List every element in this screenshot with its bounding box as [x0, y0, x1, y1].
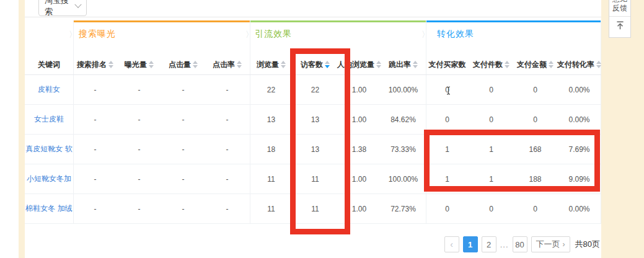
sort-carets-icon[interactable] — [108, 61, 113, 68]
table-cell: 100.00% — [381, 86, 425, 94]
sort-carets-icon[interactable] — [376, 61, 381, 68]
table-row: 皮鞋女----22221.00100.00%0000.00% — [25, 75, 601, 105]
table-cell: 188 — [513, 175, 557, 184]
table-cell: - — [161, 145, 205, 154]
feedback-button[interactable]: 意见反馈 — [609, 0, 630, 17]
table-row: 女士皮鞋----13131.0084.62%0000.00% — [25, 105, 601, 135]
sort-carets-icon[interactable] — [193, 61, 198, 68]
column-header[interactable]: 点击率 — [205, 60, 249, 70]
table-cell: 1 — [469, 145, 513, 154]
table-cell: - — [117, 205, 161, 213]
prev-page-button[interactable]: ‹ — [444, 236, 459, 252]
column-header[interactable]: 支付转化率 — [557, 60, 601, 70]
table-cell: 13 — [293, 115, 337, 124]
table-body: 皮鞋女----22221.00100.00%0000.00%女士皮鞋----13… — [25, 75, 601, 224]
table-cell: - — [117, 145, 161, 154]
sort-carets-icon[interactable] — [549, 61, 554, 68]
column-header[interactable]: 曝光量 — [117, 60, 161, 70]
page-button[interactable]: 2 — [482, 236, 496, 252]
keyword-link[interactable]: 皮鞋女 — [25, 84, 73, 95]
table-header-row: 关键词 搜索排名曝光量点击量点击率浏览量访客数人均浏览量跳出率支付买家数支付件数… — [25, 55, 601, 75]
table-cell: 22 — [249, 86, 293, 94]
pagination: ‹ 12...80 下一页 › 共80页 — [444, 236, 600, 252]
table-cell: 0.00% — [557, 115, 601, 124]
table-cell: 1.38 — [337, 145, 381, 154]
table-cell: 84.62% — [381, 115, 425, 124]
next-page-label: 下一页 — [536, 239, 560, 250]
table-row: 小短靴女冬加----11111.00100.00%111889.09% — [25, 164, 601, 194]
column-header[interactable]: 浏览量 — [249, 60, 293, 70]
sort-carets-icon[interactable] — [325, 61, 330, 68]
table-cell: - — [205, 205, 249, 213]
table-cell: - — [73, 86, 117, 94]
table-cell: - — [205, 115, 249, 124]
sort-carets-icon[interactable] — [237, 61, 242, 68]
column-header[interactable]: 点击量 — [161, 60, 205, 70]
table-cell: 0 — [425, 205, 469, 213]
sort-carets-icon[interactable] — [596, 61, 601, 68]
sort-carets-icon[interactable] — [413, 61, 418, 68]
table-cell: - — [73, 115, 117, 124]
column-header[interactable]: 支付件数 — [469, 60, 513, 70]
keyword-link[interactable]: 棉鞋女冬 加绒 — [25, 203, 73, 214]
table-cell: 0 — [513, 115, 557, 124]
column-header-label: 支付件数 — [473, 60, 503, 70]
table-cell: 168 — [513, 145, 557, 154]
table-cell: 1.00 — [337, 175, 381, 184]
table-cell: - — [161, 205, 205, 213]
table-cell: 100.00% — [381, 175, 425, 184]
table-cell: 1.00 — [337, 115, 381, 124]
group-title-search-exposure: 搜索曝光 — [79, 29, 116, 40]
table-row: 真皮短靴女 软----18131.3873.33%111687.69% — [25, 135, 601, 164]
table-cell: 18 — [249, 145, 293, 154]
table-cell: 11 — [249, 175, 293, 184]
sort-carets-icon[interactable] — [281, 61, 286, 68]
table-cell: 1 — [425, 145, 469, 154]
table-cell: 11 — [293, 175, 337, 184]
next-arrow-icon: › — [563, 240, 565, 249]
column-header-label: 点击量 — [169, 60, 191, 70]
table-cell: 0 — [425, 115, 469, 124]
sort-carets-icon[interactable] — [149, 61, 154, 68]
column-header[interactable]: 支付金额 — [513, 60, 557, 70]
side-widget: 意见反馈 — [609, 0, 631, 38]
column-headers: 搜索排名曝光量点击量点击率浏览量访客数人均浏览量跳出率支付买家数支付件数支付金额… — [73, 60, 601, 70]
column-header[interactable]: 访客数 — [293, 60, 337, 70]
page-button-active[interactable]: 1 — [463, 236, 478, 252]
column-header-label: 搜索排名 — [77, 60, 107, 70]
sort-carets-icon[interactable] — [505, 61, 509, 68]
column-header: 支付买家数 — [425, 60, 469, 70]
table-cell: - — [117, 115, 161, 124]
table-cell: 11 — [249, 205, 293, 213]
table-cell: 0 — [469, 86, 513, 94]
table-cell: - — [73, 175, 117, 184]
table-cell: 0.00% — [557, 86, 601, 94]
column-header[interactable]: 跳出率 — [381, 60, 425, 70]
keyword-link[interactable]: 真皮短靴女 软 — [25, 144, 73, 154]
next-page-button[interactable]: 下一页 › — [531, 236, 570, 252]
table-cell: 0.00% — [557, 205, 601, 213]
page-button[interactable]: 80 — [513, 236, 527, 252]
column-header[interactable]: 搜索排名 — [73, 60, 117, 70]
column-header-keyword: 关键词 — [25, 60, 73, 70]
column-header[interactable]: 人均浏览量 — [337, 60, 381, 70]
table-cell: 1 — [469, 175, 513, 184]
table-cell: 73.33% — [381, 145, 425, 154]
table-cell: 0 — [469, 205, 513, 213]
table-cell: 1.00 — [337, 86, 381, 94]
group-bar-conversion-effect — [426, 20, 601, 22]
table-cell: - — [73, 145, 117, 154]
group-title-conversion-effect: 转化效果 — [437, 29, 474, 40]
table-cell: 22 — [293, 86, 337, 94]
column-header-label: 曝光量 — [125, 60, 147, 70]
table-cell: 13 — [293, 145, 337, 154]
text-cursor — [446, 86, 451, 97]
keyword-link[interactable]: 女士皮鞋 — [25, 114, 73, 125]
table-cell: 72.73% — [381, 205, 425, 213]
back-to-top-icon — [615, 20, 625, 33]
table-cell: 0 — [469, 115, 513, 124]
table-cell: 1 — [425, 175, 469, 184]
keyword-link[interactable]: 小短靴女冬加 — [25, 174, 73, 184]
table-cell: - — [161, 86, 205, 94]
back-to-top-button[interactable] — [609, 17, 630, 37]
